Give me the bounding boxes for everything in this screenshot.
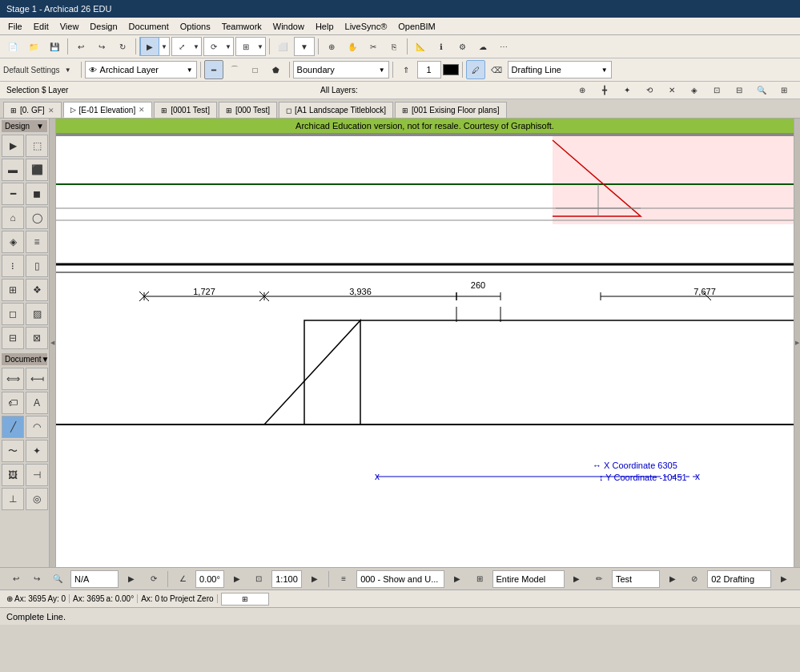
redo2-btn[interactable]: ↻ — [113, 37, 132, 56]
status-angle-icon[interactable]: ∠ — [173, 569, 192, 589]
scale-icon[interactable]: ⊡ — [250, 569, 269, 589]
pan-btn[interactable]: ✋ — [343, 37, 362, 56]
rotate-dropdown-btn[interactable]: ▼ — [223, 37, 233, 56]
tool-mesh[interactable]: ⊟ — [2, 327, 24, 349]
tool-select[interactable]: ▶ — [2, 135, 24, 157]
redo-btn[interactable]: ↪ — [92, 37, 111, 56]
drawing-area[interactable]: 1,727 3,936 260 7,677 — [56, 136, 794, 567]
special1-btn[interactable]: ◈ — [685, 81, 704, 100]
tool-hotspot[interactable]: ✦ — [26, 440, 48, 462]
tool-slab[interactable]: ◼ — [26, 183, 48, 205]
settings-dropdown-btn[interactable]: ▼ — [62, 60, 74, 79]
layer-dropdown[interactable]: 👁 Archicad Layer ▼ — [85, 61, 197, 78]
copy-btn[interactable]: ⎘ — [384, 37, 404, 56]
arc-btn[interactable]: ⌒ — [225, 60, 244, 79]
status-redo-btn[interactable]: ↪ — [27, 569, 46, 589]
magic-wand-btn[interactable]: ✦ — [617, 81, 637, 100]
tool-section[interactable]: ⊣ — [26, 464, 48, 486]
tool-line[interactable]: ╱ — [2, 416, 24, 438]
menu-view[interactable]: View — [55, 20, 84, 33]
special3-btn[interactable]: ⊟ — [730, 81, 749, 100]
special4-btn[interactable]: 🔍 — [752, 81, 771, 100]
menu-window[interactable]: Window — [268, 20, 309, 33]
status-nav-btn[interactable]: ▶ — [122, 569, 141, 589]
tool-marquee[interactable]: ⬚ — [26, 135, 48, 157]
view-icon[interactable]: ⊞ — [470, 569, 489, 589]
scale-nav-btn[interactable]: ▶ — [305, 569, 324, 589]
tab-e01-elevation[interactable]: ▷ [E-01 Elevation] ✕ — [63, 102, 153, 118]
menu-openbim[interactable]: OpenBIM — [393, 20, 440, 33]
menu-document[interactable]: Document — [124, 20, 174, 33]
grid-dropdown-btn[interactable]: ▼ — [255, 37, 265, 56]
tool-fill[interactable]: ▨ — [26, 303, 48, 325]
layer-set-icon[interactable]: ≡ — [334, 569, 353, 589]
tool-detail[interactable]: ◎ — [26, 488, 48, 510]
status-sync-btn[interactable]: ⟳ — [144, 569, 163, 589]
status-zoom-btn[interactable]: 🔍 — [48, 569, 67, 589]
tool-wall[interactable]: ▬ — [2, 159, 24, 181]
tool-stair[interactable]: ≡ — [26, 231, 48, 253]
tab-0001-test[interactable]: ⊞ [0001 Test] — [154, 102, 217, 118]
drafting-line-dropdown[interactable]: Drafting Line ▼ — [508, 61, 612, 78]
special5-btn[interactable]: ⊞ — [774, 81, 794, 100]
tool-text[interactable]: A — [26, 392, 48, 414]
undo-btn[interactable]: ↩ — [71, 37, 90, 56]
open-btn[interactable]: 📁 — [24, 37, 43, 56]
canvas-area[interactable]: Archicad Education version, not for resa… — [56, 119, 794, 567]
special2-btn[interactable]: ⊡ — [707, 81, 726, 100]
pen-value-input[interactable] — [417, 61, 441, 78]
selection-arrow-btn[interactable]: ▶ — [140, 37, 159, 56]
renovation-nav-btn[interactable]: ▶ — [774, 569, 794, 589]
right-collapse-handle[interactable]: ▶ — [794, 119, 800, 567]
menu-file[interactable]: File — [3, 20, 27, 33]
line-weight-swatch[interactable] — [443, 64, 459, 75]
tool-beam[interactable]: ━ — [2, 183, 24, 205]
save-btn[interactable]: 💾 — [45, 37, 64, 56]
rotate-btn[interactable]: ⟳ — [204, 37, 223, 56]
tab-e01-close[interactable]: ✕ — [139, 106, 145, 114]
settings-btn[interactable]: ⚙ — [452, 37, 472, 56]
tool-railing[interactable]: ⫶ — [2, 255, 24, 277]
boundary-dropdown[interactable]: Boundary ▼ — [293, 61, 389, 78]
tool-morph[interactable]: ◈ — [2, 231, 24, 253]
loop-btn[interactable]: ⟲ — [640, 81, 659, 100]
line-btn[interactable]: ━ — [204, 60, 223, 79]
cloud-btn[interactable]: ☁ — [473, 37, 492, 56]
snap-btn[interactable]: ⊕ — [573, 81, 592, 100]
tool-figure[interactable]: 🖼 — [2, 464, 24, 486]
selection-dropdown-btn[interactable]: ▼ — [159, 37, 169, 56]
new-btn[interactable]: 📄 — [3, 37, 22, 56]
tab-001-existing[interactable]: ⊞ [001 Exising Floor plans] — [395, 102, 507, 118]
tool-curtain[interactable]: ⊠ — [26, 327, 48, 349]
menu-edit[interactable]: Edit — [29, 20, 54, 33]
pen-line-btn[interactable]: 🖊 — [466, 60, 485, 79]
rect-btn[interactable]: □ — [246, 60, 265, 79]
tool-dim[interactable]: ⟺ — [2, 368, 24, 390]
tab-a1-landscape[interactable]: ◻ [A1 Landscape Titleblock] — [279, 102, 393, 118]
tool-window[interactable]: ⊞ — [2, 279, 24, 301]
grid-btn[interactable]: ⊞ — [236, 37, 255, 56]
pen-up-btn[interactable]: ⇑ — [396, 60, 416, 79]
eraser-btn[interactable]: ⌫ — [487, 60, 506, 79]
tool-roof[interactable]: ⌂ — [2, 207, 24, 229]
tab-0-gf[interactable]: ⊞ [0. GF] ✕ — [3, 102, 62, 118]
tool-spline[interactable]: 〜 — [2, 440, 24, 462]
cut-btn[interactable]: ✂ — [364, 37, 383, 56]
zoom-btn[interactable]: ⊕ — [322, 37, 341, 56]
tab-000-test[interactable]: ⊞ [000 Test] — [219, 102, 277, 118]
tool-elevation[interactable]: ⊥ — [2, 488, 24, 510]
menu-livesync[interactable]: LiveSync® — [340, 20, 392, 33]
drag-btn[interactable]: ⤢ — [172, 37, 191, 56]
status-undo-btn[interactable]: ↩ — [6, 569, 26, 589]
layer-set-nav-btn[interactable]: ▶ — [448, 569, 467, 589]
renovation-icon[interactable]: ⊘ — [685, 569, 705, 589]
view-dropdown-btn[interactable]: ▼ — [295, 37, 314, 56]
tool-column[interactable]: ⬛ — [26, 159, 48, 181]
design-section-header[interactable]: Design ▼ — [2, 120, 47, 132]
drag-dropdown-btn[interactable]: ▼ — [191, 37, 201, 56]
tool-label[interactable]: 🏷 — [2, 392, 24, 414]
info-btn[interactable]: ℹ — [432, 37, 451, 56]
tool-arc2[interactable]: ◠ — [26, 416, 48, 438]
document-section-header[interactable]: Document ▼ — [2, 353, 47, 365]
menu-design[interactable]: Design — [85, 20, 122, 33]
